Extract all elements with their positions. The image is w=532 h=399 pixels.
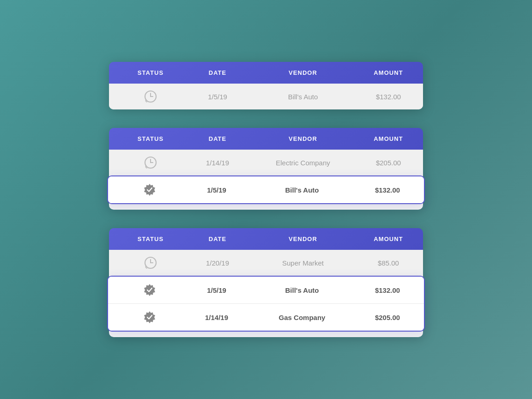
table-header-2: STATUS DATE VENDOR AMOUNT [109,128,423,150]
status-cell [117,183,182,197]
clock-icon [144,90,157,103]
table-row[interactable]: 1/14/19 Gas Company $205.00 [108,303,424,331]
date-cell: 1/20/19 [183,259,252,267]
col-status-3: STATUS [118,236,183,242]
table-header-3: STATUS DATE VENDOR AMOUNT [109,228,423,250]
col-amount-1: AMOUNT [354,69,423,76]
table-row[interactable]: 1/14/19 Electric Company $205.00 [109,150,423,175]
col-date-2: DATE [183,135,252,142]
vendor-cell: Super Market [252,259,354,267]
vendor-cell: Electric Company [252,159,354,167]
amount-cell: $85.00 [354,259,423,267]
table-header-1: STATUS DATE VENDOR AMOUNT [109,62,423,84]
table-body-1: 1/5/19 Bill's Auto $132.00 [109,84,423,109]
date-cell: 1/5/19 [182,286,251,294]
col-date-1: DATE [183,69,252,76]
table-body-2: 1/14/19 Electric Company $205.00 1/5/19 … [109,150,423,210]
table-body-3: 1/20/19 Super Market $85.00 1/5/19 Bill'… [109,250,423,337]
highlight-group-2: 1/5/19 Bill's Auto $132.00 [107,175,425,204]
table-row[interactable]: 1/5/19 Bill's Auto $132.00 [108,176,424,203]
col-vendor-3: VENDOR [252,236,354,242]
col-status-1: STATUS [118,69,183,76]
check-badge-icon [143,183,157,197]
date-cell: 1/5/19 [183,93,252,101]
vendor-cell: Bill's Auto [252,93,354,101]
clock-icon [144,156,157,169]
status-cell [118,90,183,103]
clock-icon [144,256,157,269]
col-amount-2: AMOUNT [354,135,423,142]
amount-cell: $205.00 [354,159,423,167]
vendor-cell: Bill's Auto [251,286,353,294]
col-vendor-2: VENDOR [252,135,354,142]
status-cell [118,156,183,169]
date-cell: 1/5/19 [182,186,251,194]
table-card-1: STATUS DATE VENDOR AMOUNT 1/5/19 Bill's … [109,62,423,109]
vendor-cell: Bill's Auto [251,186,353,194]
col-vendor-1: VENDOR [252,69,354,76]
col-amount-3: AMOUNT [354,236,423,242]
table-row[interactable]: 1/5/19 Bill's Auto $132.00 [109,84,423,109]
status-cell [117,283,182,297]
status-cell [117,310,182,324]
date-cell: 1/14/19 [183,159,252,167]
amount-cell: $132.00 [353,186,422,194]
highlight-group-3: 1/5/19 Bill's Auto $132.00 1/14/19 Gas C… [107,276,425,332]
table-row[interactable]: 1/20/19 Super Market $85.00 [109,250,423,276]
col-status-2: STATUS [118,135,183,142]
date-cell: 1/14/19 [182,314,251,321]
table-row[interactable]: 1/5/19 Bill's Auto $132.00 [108,277,424,303]
table-card-2: STATUS DATE VENDOR AMOUNT 1/14/19 Electr… [109,128,423,210]
amount-cell: $132.00 [354,93,423,101]
check-badge-icon [143,310,157,324]
status-cell [118,256,183,269]
col-date-3: DATE [183,236,252,242]
amount-cell: $205.00 [353,314,422,321]
check-badge-icon [143,283,157,297]
table-card-3: STATUS DATE VENDOR AMOUNT 1/20/19 Super … [109,228,423,337]
vendor-cell: Gas Company [251,314,353,321]
amount-cell: $132.00 [353,286,422,294]
